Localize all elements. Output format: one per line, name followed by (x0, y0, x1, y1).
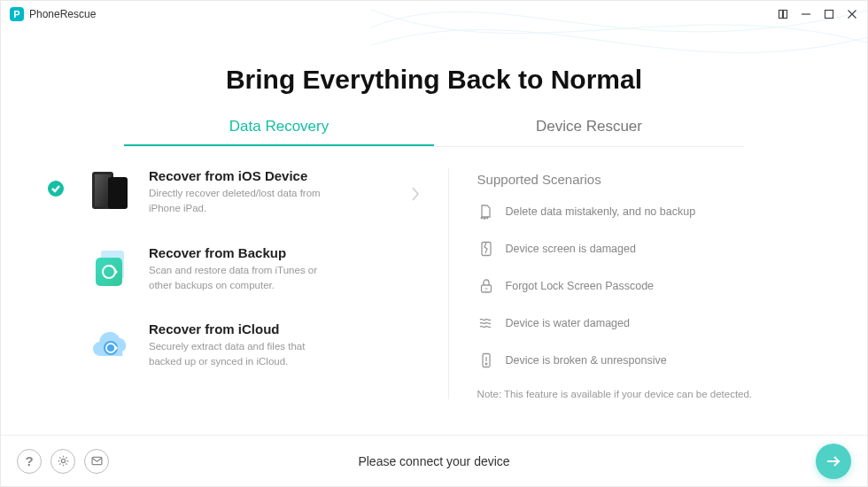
cloud-icon (89, 321, 133, 366)
app-logo: P (10, 7, 24, 21)
svg-point-24 (485, 363, 487, 365)
scenario-text: Device is water damaged (506, 317, 630, 329)
question-icon: ? (25, 453, 33, 468)
status-message: Please connect your device (358, 454, 509, 468)
supported-scenarios: Supported Scenarios Delete data mistaken… (448, 168, 779, 399)
svg-point-25 (61, 459, 65, 462)
check-icon (48, 181, 64, 197)
tab-device-rescuer[interactable]: Device Rescuer (434, 118, 744, 146)
scenario-text: Delete data mistakenly, and no backup (506, 205, 695, 218)
option-desc: Scan and restore data from iTunes or oth… (149, 263, 335, 294)
svg-point-17 (484, 218, 485, 220)
scenario-item: Device screen is damaged (477, 240, 779, 258)
scenario-text: Device is broken & unresponsive (506, 354, 667, 367)
svg-rect-8 (108, 177, 128, 209)
recovery-options: Recover from iOS Device Directly recover… (89, 168, 448, 399)
titlebar: P PhoneRescue (1, 1, 867, 27)
svg-point-16 (481, 217, 483, 219)
option-desc: Directly recover deleted/lost data from … (149, 186, 335, 217)
option-title: Recover from Backup (149, 245, 335, 260)
svg-rect-1 (784, 11, 787, 19)
gear-icon (57, 454, 70, 468)
settings-button[interactable] (50, 449, 75, 474)
devices-icon (89, 168, 133, 213)
scenario-item: Delete data mistakenly, and no backup (477, 203, 779, 220)
mail-icon (90, 454, 104, 468)
backup-icon (89, 245, 133, 290)
next-button[interactable] (816, 444, 851, 479)
scenario-item: Device is water damaged (477, 314, 779, 332)
menu-button[interactable] (777, 8, 789, 20)
svg-point-18 (486, 217, 488, 219)
scenario-item: Device is broken & unresponsive (477, 352, 779, 369)
arrow-right-icon (825, 452, 842, 470)
feedback-button[interactable] (84, 449, 109, 474)
scenario-item: ? Forgot Lock Screen Passcode (477, 277, 779, 295)
footer: ? Please connect your device (1, 435, 867, 486)
scenario-text: Forgot Lock Screen Passcode (506, 280, 654, 292)
svg-rect-3 (825, 11, 833, 19)
scenarios-title: Supported Scenarios (477, 172, 779, 187)
device-alert-icon (477, 352, 495, 369)
scenarios-note: Note: This feature is available if your … (477, 389, 779, 399)
option-recover-backup[interactable]: Recover from Backup Scan and restore dat… (89, 245, 420, 294)
help-button[interactable]: ? (17, 449, 42, 474)
page-headline: Bring Everything Back to Normal (1, 65, 867, 95)
tab-data-recovery[interactable]: Data Recovery (124, 118, 434, 146)
svg-rect-26 (92, 457, 102, 464)
lock-question-icon: ? (477, 277, 495, 295)
file-dots-icon (477, 203, 495, 220)
option-recover-ios-device[interactable]: Recover from iOS Device Directly recover… (89, 168, 420, 217)
scenario-text: Device screen is damaged (506, 243, 636, 255)
chevron-right-icon (411, 186, 420, 205)
app-name: PhoneRescue (29, 8, 96, 20)
cracked-screen-icon (477, 240, 495, 258)
water-waves-icon (477, 314, 495, 332)
svg-rect-10 (96, 258, 122, 286)
maximize-button[interactable] (823, 8, 835, 20)
close-button[interactable] (846, 8, 858, 20)
tabs: Data Recovery Device Rescuer (124, 118, 744, 147)
option-recover-icloud[interactable]: Recover from iCloud Securely extract dat… (89, 321, 420, 370)
minimize-button[interactable] (800, 8, 812, 20)
option-title: Recover from iOS Device (149, 168, 335, 183)
svg-text:?: ? (484, 287, 488, 292)
option-desc: Securely extract data and files that bac… (149, 339, 335, 370)
option-title: Recover from iCloud (149, 321, 335, 336)
svg-rect-0 (779, 11, 783, 19)
